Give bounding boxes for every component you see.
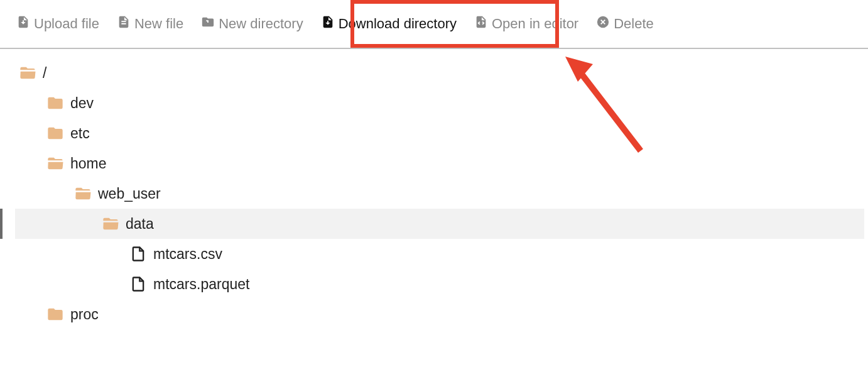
folder-icon xyxy=(46,305,64,323)
upload-file-icon xyxy=(16,15,30,33)
tree-item-proc[interactable]: proc xyxy=(15,299,862,329)
open-in-editor-button[interactable]: Open in editor xyxy=(468,13,585,35)
tree-item-etc[interactable]: etc xyxy=(15,118,862,148)
tree-item-home[interactable]: home xyxy=(15,148,862,179)
new-directory-label: New directory xyxy=(219,16,303,32)
new-file-icon xyxy=(117,15,131,33)
file-icon xyxy=(129,245,147,263)
upload-file-button[interactable]: Upload file xyxy=(10,13,106,35)
new-directory-icon xyxy=(201,15,215,33)
tree-item-label: web_user xyxy=(98,179,161,209)
folder-open-icon xyxy=(19,64,36,82)
open-in-editor-label: Open in editor xyxy=(492,16,578,32)
folder-icon xyxy=(46,124,64,142)
new-file-label: New file xyxy=(134,16,183,32)
folder-open-icon xyxy=(102,215,119,233)
delete-icon xyxy=(596,15,610,33)
folder-open-icon xyxy=(74,185,92,202)
delete-button[interactable]: Delete xyxy=(590,13,660,35)
delete-label: Delete xyxy=(614,16,654,32)
tree-item-label: home xyxy=(70,148,107,179)
tree-item-web-user[interactable]: web_user xyxy=(15,179,862,209)
tree-item-dev[interactable]: dev xyxy=(15,88,862,118)
tree-root[interactable]: / xyxy=(15,58,862,88)
tree-item-label: etc xyxy=(70,118,90,148)
tree-item-label: proc xyxy=(70,299,99,329)
download-directory-icon xyxy=(321,15,335,33)
folder-open-icon xyxy=(46,155,64,172)
open-in-editor-icon xyxy=(474,15,488,33)
tree-root-label: / xyxy=(43,58,46,88)
folder-icon xyxy=(46,94,64,112)
download-directory-button[interactable]: Download directory xyxy=(315,13,463,35)
tree-item-data[interactable]: data xyxy=(15,209,864,239)
file-tree: / dev etc home web_user data xyxy=(0,49,868,336)
download-directory-label: Download directory xyxy=(339,16,457,32)
file-icon xyxy=(129,275,147,293)
tree-item-mtcars-csv[interactable]: mtcars.csv xyxy=(15,239,862,269)
tree-item-mtcars-parquet[interactable]: mtcars.parquet xyxy=(15,269,862,299)
new-file-button[interactable]: New file xyxy=(111,13,190,35)
tree-item-label: mtcars.parquet xyxy=(153,269,249,299)
file-manager-toolbar: Upload file New file New directory Downl… xyxy=(0,0,868,49)
tree-item-label: mtcars.csv xyxy=(153,239,222,269)
tree-item-label: dev xyxy=(70,88,94,118)
tree-item-label: data xyxy=(126,209,154,239)
new-directory-button[interactable]: New directory xyxy=(195,13,309,35)
upload-file-label: Upload file xyxy=(34,16,99,32)
